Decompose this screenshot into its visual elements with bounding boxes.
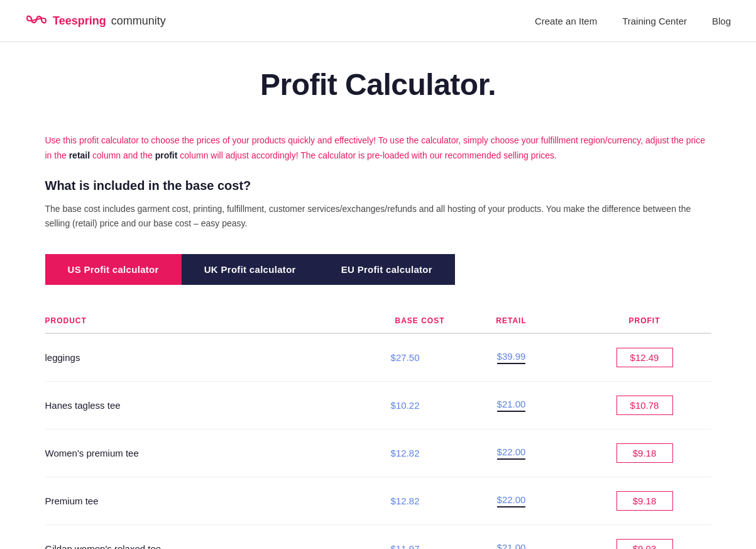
calculator-buttons: US Profit calculator UK Profit calculato…: [45, 254, 711, 285]
base-cost-value: $11.97: [312, 525, 445, 549]
header-product: PRODUCT: [45, 310, 312, 333]
table-row: Women's premium tee $12.82 $22.00 $9.18: [45, 430, 711, 477]
teespring-logo-icon: [25, 12, 48, 30]
profit-table: PRODUCT BASE COST RETAIL PROFIT leggings…: [45, 310, 711, 549]
main-content: Profit Calculator. Use this profit calcu…: [20, 42, 737, 549]
base-cost-heading: What is included in the base cost?: [45, 179, 711, 193]
product-name: Gildan women's relaxed tee: [45, 525, 312, 549]
base-cost-value: $10.22: [312, 382, 445, 430]
intro-paragraph: Use this profit calculator to choose the…: [45, 133, 711, 164]
product-name: Hanes tagless tee: [45, 382, 312, 430]
logo: Teespring community: [25, 12, 166, 30]
product-name: Premium tee: [45, 477, 312, 525]
retail-bold: retail: [69, 150, 90, 160]
retail-value[interactable]: $22.00: [445, 477, 578, 525]
profit-value: $10.78: [578, 382, 711, 430]
eu-profit-calculator-button[interactable]: EU Profit calculator: [319, 254, 455, 285]
logo-brand-name: Teespring: [53, 14, 106, 28]
retail-value[interactable]: $21.00: [445, 382, 578, 430]
logo-community-label: community: [111, 14, 166, 28]
header-base-cost: BASE COST: [312, 310, 445, 333]
table-row: leggings $27.50 $39.99 $12.49: [45, 333, 711, 382]
base-cost-value: $12.82: [312, 477, 445, 525]
nav-training-center[interactable]: Training Center: [622, 16, 687, 26]
table-row: Premium tee $12.82 $22.00 $9.18: [45, 477, 711, 525]
header-profit: PROFIT: [578, 310, 711, 333]
header-retail: RETAIL: [445, 310, 578, 333]
nav-create-item[interactable]: Create an Item: [535, 16, 597, 26]
base-cost-description: The base cost includes garment cost, pri…: [45, 202, 711, 232]
profit-value: $9.03: [578, 525, 711, 549]
profit-bold: profit: [155, 150, 178, 160]
nav-links: Create an Item Training Center Blog: [535, 16, 731, 26]
us-profit-calculator-button[interactable]: US Profit calculator: [45, 254, 182, 285]
page-title: Profit Calculator.: [45, 67, 711, 102]
product-name: Women's premium tee: [45, 430, 312, 477]
retail-value[interactable]: $22.00: [445, 430, 578, 477]
nav-blog[interactable]: Blog: [712, 16, 731, 26]
product-name: leggings: [45, 333, 312, 382]
profit-value: $12.49: [578, 333, 711, 382]
uk-profit-calculator-button[interactable]: UK Profit calculator: [182, 254, 319, 285]
table-header-row: PRODUCT BASE COST RETAIL PROFIT: [45, 310, 711, 333]
profit-value: $9.18: [578, 477, 711, 525]
base-cost-value: $27.50: [312, 333, 445, 382]
base-cost-value: $12.82: [312, 430, 445, 477]
retail-value[interactable]: $21.00: [445, 525, 578, 549]
profit-value: $9.18: [578, 430, 711, 477]
table-row: Gildan women's relaxed tee $11.97 $21.00…: [45, 525, 711, 549]
retail-value[interactable]: $39.99: [445, 333, 578, 382]
table-row: Hanes tagless tee $10.22 $21.00 $10.78: [45, 382, 711, 430]
navbar: Teespring community Create an Item Train…: [0, 0, 756, 42]
